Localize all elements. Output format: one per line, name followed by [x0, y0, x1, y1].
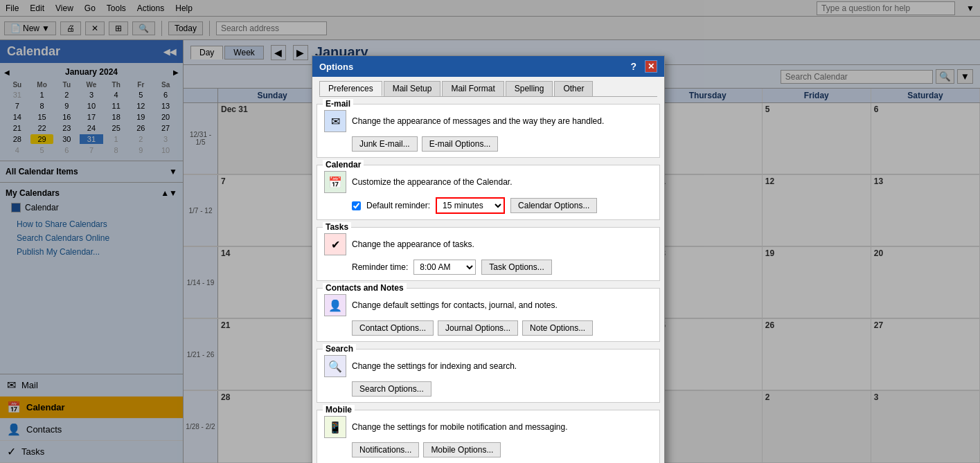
- tab-other[interactable]: Other: [554, 81, 593, 96]
- calendar-section-label: Calendar: [323, 160, 364, 170]
- default-reminder-dropdown[interactable]: 5 minutes 10 minutes 15 minutes 30 minut…: [436, 197, 505, 214]
- default-reminder-checkbox[interactable]: [352, 201, 361, 210]
- calendar-section: Calendar 📅 Customize the appearance of t…: [317, 165, 660, 220]
- contacts-section-label: Contacts and Notes: [323, 283, 407, 293]
- email-icon: ✉: [324, 110, 346, 132]
- contact-options-button[interactable]: Contact Options...: [352, 320, 434, 336]
- mobile-section: Mobile 📱 Change the settings for mobile …: [317, 410, 660, 463]
- tab-mail-format[interactable]: Mail Format: [442, 81, 504, 96]
- contacts-buttons: Contact Options... Journal Options... No…: [352, 320, 652, 336]
- email-section-description: Change the appearance of messages and th…: [352, 116, 652, 126]
- tab-preferences[interactable]: Preferences: [319, 81, 382, 96]
- tasks-icon: ✔: [324, 233, 346, 255]
- search-dialog-icon: 🔍: [324, 355, 346, 377]
- tab-spelling[interactable]: Spelling: [506, 81, 553, 96]
- mobile-icon: 📱: [324, 416, 346, 438]
- dialog-title-icons: ? ✕: [630, 60, 657, 73]
- dialog-close-button[interactable]: ✕: [645, 60, 657, 73]
- options-dialog: Options ? ✕ Preferences Mail Setup Mail …: [312, 55, 665, 463]
- mobile-buttons: Notifications... Mobile Options...: [352, 442, 652, 457]
- tasks-reminder-row: Reminder time: 8:00 AM 9:00 AM 10:00 AM …: [352, 260, 652, 275]
- journal-options-button[interactable]: Journal Options...: [438, 320, 518, 336]
- tasks-section: Tasks ✔ Change the appearance of tasks. …: [317, 227, 660, 281]
- search-section-row: 🔍 Change the settings for indexing and s…: [324, 355, 652, 377]
- email-section-row: ✉ Change the appearance of messages and …: [324, 110, 652, 132]
- search-buttons: Search Options...: [352, 381, 652, 397]
- dialog-title-bar: Options ? ✕: [312, 56, 664, 77]
- email-section-label: E-mail: [323, 99, 353, 109]
- email-buttons: Junk E-mail... E-mail Options...: [352, 136, 652, 152]
- tasks-section-description: Change the appearance of tasks.: [352, 239, 652, 249]
- tab-mail-setup[interactable]: Mail Setup: [384, 81, 441, 96]
- dialog-title: Options: [319, 62, 353, 72]
- calendar-section-row: 📅 Customize the appearance of the Calend…: [324, 171, 652, 193]
- notifications-button[interactable]: Notifications...: [352, 442, 419, 457]
- junk-email-button[interactable]: Junk E-mail...: [352, 136, 418, 152]
- mobile-section-description: Change the settings for mobile notificat…: [352, 422, 652, 432]
- mobile-options-button[interactable]: Mobile Options...: [423, 442, 501, 457]
- search-section: Search 🔍 Change the settings for indexin…: [317, 349, 660, 403]
- calendar-section-description: Customize the appearance of the Calendar…: [352, 177, 652, 187]
- reminder-time-dropdown[interactable]: 8:00 AM 9:00 AM 10:00 AM: [413, 260, 476, 275]
- mobile-section-label: Mobile: [323, 405, 355, 415]
- reminder-row: Default reminder: 5 minutes 10 minutes 1…: [352, 197, 652, 214]
- email-options-button[interactable]: E-mail Options...: [422, 136, 499, 152]
- dialog-content: E-mail ✉ Change the appearance of messag…: [312, 97, 664, 463]
- task-options-button[interactable]: Task Options...: [481, 260, 551, 275]
- contacts-section-row: 👤 Change default settings for contacts, …: [324, 294, 652, 316]
- calendar-options-button[interactable]: Calendar Options...: [510, 198, 597, 213]
- default-reminder-label: Default reminder:: [366, 201, 430, 210]
- search-section-label: Search: [323, 344, 356, 354]
- tasks-section-label: Tasks: [323, 222, 351, 232]
- contacts-section: Contacts and Notes 👤 Change default sett…: [317, 288, 660, 342]
- contacts-dialog-icon: 👤: [324, 294, 346, 316]
- dialog-tab-bar: Preferences Mail Setup Mail Format Spell…: [312, 77, 664, 97]
- search-options-button[interactable]: Search Options...: [352, 381, 431, 397]
- contacts-section-description: Change default settings for contacts, jo…: [352, 300, 652, 310]
- note-options-button[interactable]: Note Options...: [522, 320, 593, 336]
- mobile-section-row: 📱 Change the settings for mobile notific…: [324, 416, 652, 438]
- dialog-tabs: Preferences Mail Setup Mail Format Spell…: [319, 81, 657, 97]
- calendar-dialog-icon: 📅: [324, 171, 346, 193]
- search-section-description: Change the settings for indexing and sea…: [352, 361, 652, 371]
- reminder-time-label: Reminder time:: [352, 262, 408, 272]
- tasks-section-row: ✔ Change the appearance of tasks.: [324, 233, 652, 255]
- dialog-help-button[interactable]: ?: [630, 61, 636, 72]
- email-section: E-mail ✉ Change the appearance of messag…: [317, 104, 660, 158]
